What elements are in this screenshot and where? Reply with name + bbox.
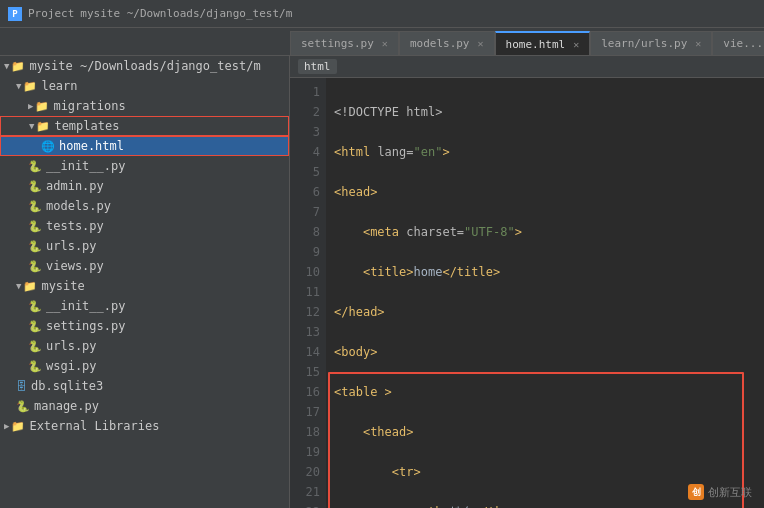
tree-settings[interactable]: 🐍 settings.py [0,316,289,336]
tab-learn-urls-label: learn/urls.py [601,37,687,50]
mysite-arrow: ▼ [16,281,21,291]
breadcrumb-bar: html [290,56,764,78]
code-line-7: <body> [334,342,756,362]
tab-models-label: models.py [410,37,470,50]
code-line-6: </head> [334,302,756,322]
project-path: mysite ~/Downloads/django_test/m [80,7,292,20]
tab-view[interactable]: vie... ✕ [712,31,764,55]
tab-learn-urls[interactable]: learn/urls.py ✕ [590,31,712,55]
tree-learn-label: learn [41,79,77,93]
tab-home-label: home.html [506,38,566,51]
tab-home[interactable]: home.html ✕ [495,31,591,55]
tab-settings-close[interactable]: ✕ [382,38,388,49]
code-line-5: <title>home</title> [334,262,756,282]
code-editor[interactable]: 1 2 3 4 5 6 7 8 9 10 11 12 13 14 15 16 1… [290,78,764,508]
main-area: ▼ 📁 mysite ~/Downloads/django_test/m ▼ 📁… [0,56,764,508]
tab-view-label: vie... [723,37,763,50]
ext-libs-arrow: ▶ [4,421,9,431]
tree-admin-label: admin.py [46,179,104,193]
migrations-folder-icon: 📁 [35,100,49,113]
watermark-logo: 创 [688,484,704,500]
tree-ext-libs[interactable]: ▶ 📁 External Libraries [0,416,289,436]
tree-tests-label: tests.py [46,219,104,233]
tree-templates-label: templates [54,119,119,133]
tree-home-html[interactable]: 🌐 home.html [0,136,289,156]
code-line-9: <thead> [334,422,756,442]
tree-urls-mysite[interactable]: 🐍 urls.py [0,336,289,356]
root-arrow: ▼ [4,61,9,71]
tab-bar: settings.py ✕ models.py ✕ home.html ✕ le… [0,28,764,56]
tree-init-mysite[interactable]: 🐍 __init__.py [0,296,289,316]
ext-libs-icon: 📁 [11,420,25,433]
tree-settings-label: settings.py [46,319,125,333]
tree-ext-libs-label: External Libraries [29,419,159,433]
project-label: Project [28,7,74,20]
code-line-11: <th>姓名</th> [334,502,756,508]
views-icon: 🐍 [28,260,42,273]
tree-views-label: views.py [46,259,104,273]
tree-init-mysite-label: __init__.py [46,299,125,313]
tree-db[interactable]: 🗄 db.sqlite3 [0,376,289,396]
code-content: <!DOCTYPE html> <html lang="en"> <head> … [326,78,764,508]
code-line-3: <head> [334,182,756,202]
tree-templates[interactable]: ▼ 📁 templates [0,116,289,136]
tree-views[interactable]: 🐍 views.py [0,256,289,276]
tree-migrations-label: migrations [53,99,125,113]
tab-home-close[interactable]: ✕ [573,39,579,50]
templates-folder-icon: 📁 [36,120,50,133]
tab-settings[interactable]: settings.py ✕ [290,31,399,55]
editor-area: html 1 2 3 4 5 6 7 8 9 10 11 12 13 14 15… [290,56,764,508]
tree-migrations[interactable]: ▶ 📁 migrations [0,96,289,116]
tree-manage[interactable]: 🐍 manage.py [0,396,289,416]
tree-db-label: db.sqlite3 [31,379,103,393]
init-mysite-icon: 🐍 [28,300,42,313]
tab-models-close[interactable]: ✕ [478,38,484,49]
manage-icon: 🐍 [16,400,30,413]
code-line-10: <tr> [334,462,756,482]
tree-admin[interactable]: 🐍 admin.py [0,176,289,196]
tree-learn[interactable]: ▼ 📁 learn [0,76,289,96]
mysite-folder-icon: 📁 [23,280,37,293]
tree-urls-mysite-label: urls.py [46,339,97,353]
tree-tests[interactable]: 🐍 tests.py [0,216,289,236]
watermark-text: 创新互联 [708,485,752,500]
tree-wsgi[interactable]: 🐍 wsgi.py [0,356,289,376]
admin-icon: 🐍 [28,180,42,193]
tree-init-learn-label: __init__.py [46,159,125,173]
tree-init-learn[interactable]: 🐍 __init__.py [0,156,289,176]
urls-learn-icon: 🐍 [28,240,42,253]
code-line-4: <meta charset="UTF-8"> [334,222,756,242]
breadcrumb: html [298,59,337,74]
line-numbers: 1 2 3 4 5 6 7 8 9 10 11 12 13 14 15 16 1… [290,78,326,508]
code-line-1: <!DOCTYPE html> [334,102,756,122]
tree-models-label: models.py [46,199,111,213]
learn-arrow: ▼ [16,81,21,91]
db-icon: 🗄 [16,380,27,393]
settings-icon: 🐍 [28,320,42,333]
sidebar: ▼ 📁 mysite ~/Downloads/django_test/m ▼ 📁… [0,56,290,508]
root-folder-icon: 📁 [11,60,25,73]
init-learn-icon: 🐍 [28,160,42,173]
migrations-arrow: ▶ [28,101,33,111]
tree-root[interactable]: ▼ 📁 mysite ~/Downloads/django_test/m [0,56,289,76]
tab-models[interactable]: models.py ✕ [399,31,495,55]
tests-icon: 🐍 [28,220,42,233]
title-bar-left: P Project mysite ~/Downloads/django_test… [8,7,292,21]
tree-manage-label: manage.py [34,399,99,413]
tree-wsgi-label: wsgi.py [46,359,97,373]
code-line-8: <table > [334,382,756,402]
watermark: 创 创新互联 [688,484,752,500]
code-line-2: <html lang="en"> [334,142,756,162]
tree-models[interactable]: 🐍 models.py [0,196,289,216]
learn-folder-icon: 📁 [23,80,37,93]
tree-mysite-label: mysite [41,279,84,293]
tree-urls-learn-label: urls.py [46,239,97,253]
wsgi-icon: 🐍 [28,360,42,373]
tree-urls-learn[interactable]: 🐍 urls.py [0,236,289,256]
tab-learn-urls-close[interactable]: ✕ [695,38,701,49]
tree-mysite[interactable]: ▼ 📁 mysite [0,276,289,296]
home-html-icon: 🌐 [41,140,55,153]
templates-arrow: ▼ [29,121,34,131]
title-bar: P Project mysite ~/Downloads/django_test… [0,0,764,28]
tree-root-label: mysite ~/Downloads/django_test/m [29,59,260,73]
